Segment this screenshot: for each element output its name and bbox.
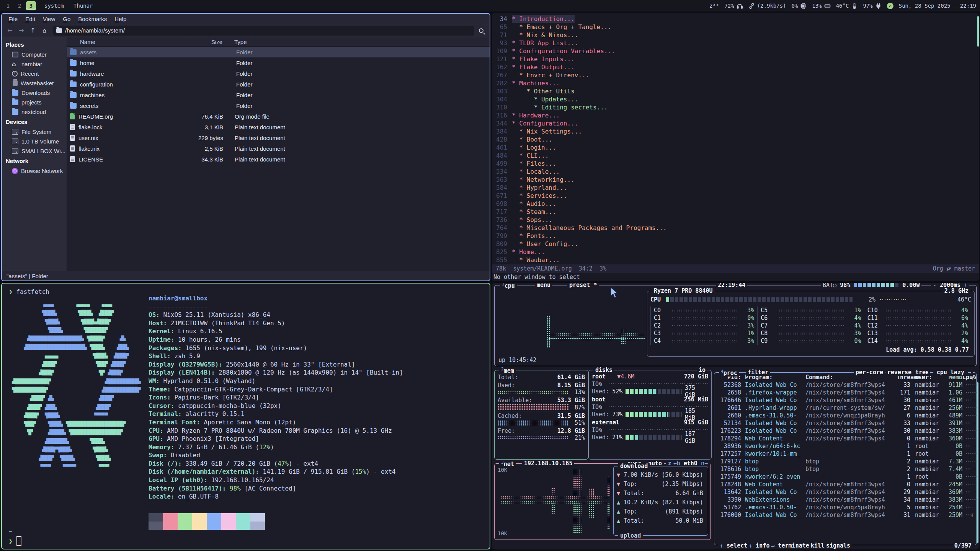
systemd-ok-icon[interactable]: ✓	[887, 3, 893, 9]
org-line[interactable]: 344 * Configuration...	[492, 119, 979, 127]
clock-module[interactable]: Sun, 28 Sep 2025 - 22:19	[899, 3, 976, 9]
file-row[interactable]: flake.lock 3,1 KiB Plain text document	[67, 122, 490, 132]
shell-prompt[interactable]: ❯	[9, 536, 21, 546]
search-button[interactable]	[476, 26, 487, 36]
tab-net[interactable]: 3net	[499, 460, 516, 468]
org-line[interactable]: 282 * Machines...	[492, 79, 979, 87]
volume-module[interactable]: 72%	[724, 3, 743, 9]
proc-scroll-up[interactable]: ↑	[970, 374, 974, 381]
org-line[interactable]: 34 * Introduction...	[492, 15, 979, 23]
file-row[interactable]: flake.nix 2,5 KiB Plain text document	[67, 143, 490, 154]
sidebar-item[interactable]: nextcloud	[2, 107, 67, 117]
proc-row[interactable]: 176223 Isolated Web Co /nix/store/sm8fmr…	[714, 427, 976, 435]
org-line[interactable]: 303 * Other Utils	[492, 87, 979, 95]
org-line[interactable]: 809 * User Config...	[492, 240, 979, 248]
org-line[interactable]: 71 * Nix & Nixos...	[492, 31, 979, 39]
proc-row[interactable]: 2601 .Hyprland-wrapp /run/current-system…	[714, 404, 976, 412]
file-row[interactable]: README.org 76,4 KiB Org-mode file	[67, 111, 490, 122]
sidebar-item[interactable]: Recent	[2, 69, 67, 78]
org-line[interactable]: 534 * Locale...	[492, 168, 979, 176]
cpu-module[interactable]: 0%	[792, 3, 807, 9]
workspace-button[interactable]: 3	[26, 1, 36, 10]
tab-disks[interactable]: disks	[593, 367, 614, 373]
org-line[interactable]: 121 * Flake Inputs...	[492, 55, 979, 63]
file-row[interactable]: home Folder	[67, 57, 490, 68]
proc-key[interactable]: signals	[826, 542, 850, 549]
org-line[interactable]: 310 * Editing secrets...	[492, 103, 979, 111]
sidebar-item[interactable]: File System	[2, 127, 67, 137]
org-line[interactable]: 799 * Fonts...	[492, 232, 979, 240]
proc-row[interactable]: 2658 .firefox-wrappe /nix/store/sm8fmrf3…	[714, 389, 976, 396]
org-line[interactable]: 717 * Steam...	[492, 208, 979, 216]
memory-module[interactable]: 13%	[812, 3, 830, 9]
sidebar-item[interactable]: nambiar	[2, 59, 67, 69]
proc-row[interactable]: 52134 Isolated Web Co /nix/store/sm8fmrf…	[714, 419, 976, 427]
tab-io[interactable]: io	[697, 367, 707, 373]
org-line[interactable]: 65 * Emacs + Org + Tangle...	[492, 23, 979, 31]
proc-key[interactable]: ↑ select	[720, 542, 747, 549]
column-name[interactable]: Name	[67, 39, 186, 45]
file-row[interactable]: machines Folder	[67, 90, 490, 100]
tab-mem[interactable]: 2mem	[499, 367, 516, 374]
tab-menu[interactable]: menu	[535, 283, 552, 289]
org-line[interactable]: 316 * Hardware...	[492, 111, 979, 119]
sidebar-item[interactable]: 1,0 TB Volume	[2, 137, 67, 146]
sidebar-item[interactable]: Computer	[2, 50, 67, 59]
file-row[interactable]: user.nix 229 bytes Plain text document	[67, 132, 490, 143]
workspace-button[interactable]: 1	[3, 1, 13, 10]
idle-inhibitor[interactable]: zᶻᶻ	[709, 3, 719, 9]
menu-item[interactable]: Bookmarks	[75, 15, 110, 23]
org-line[interactable]: 162 * Flake Output...	[492, 63, 979, 71]
menu-item[interactable]: View	[39, 15, 59, 23]
file-row[interactable]: hardware Folder	[67, 68, 490, 79]
path-bar[interactable]: /home/nambiar/system/	[53, 26, 474, 36]
menu-item[interactable]: Help	[111, 15, 130, 23]
org-line[interactable]: 428 * Boot...	[492, 135, 979, 143]
home-button[interactable]: ⌂	[39, 26, 49, 36]
proc-sort[interactable]: ← cpu lazy →	[928, 369, 973, 376]
proc-row[interactable]: 176646 Isolated Web Co /nix/store/sm8fmr…	[714, 396, 976, 404]
proc-row[interactable]: 178248 Web Content /nix/store/sm8fmrf3wp…	[714, 481, 976, 488]
proc-row[interactable]: 3390 WebExtensions /nix/store/sm8fmrf3wp…	[714, 496, 976, 504]
git-branch[interactable]: master	[954, 265, 975, 272]
network-module[interactable]: (2.9kb/s)	[748, 3, 786, 9]
sidebar-item[interactable]: Wastebasket	[2, 78, 67, 88]
proc-row[interactable]: 177257 kworker/10:1-mm_ 1 root 0B 0.0	[714, 450, 976, 458]
proc-row[interactable]: 178616 btop btop 2 nambiar 7.4M 0.0	[714, 465, 976, 473]
org-line[interactable]: 563 * Networking...	[492, 176, 979, 184]
org-line[interactable]: 764 * Miscellaneous Packages and Program…	[492, 224, 979, 232]
org-line[interactable]: 267 * Envrc + Direnv...	[492, 71, 979, 79]
proc-key[interactable]: ↓ info	[749, 542, 769, 549]
sidebar-item[interactable]: SMALLBOX Wi...	[2, 146, 67, 156]
menu-item[interactable]: Go	[59, 15, 74, 23]
battery-module[interactable]: 97%	[863, 3, 881, 9]
proc-row[interactable]: 175749 kworker/6:2-even 1 root 0B 0.0	[714, 473, 976, 481]
proc-row[interactable]: 179127 btop btop 2 nambiar 7.3M 0.0	[714, 458, 976, 465]
buffer-name[interactable]: system/README.org	[513, 265, 572, 272]
tab-proc[interactable]: 4proc	[719, 369, 739, 377]
tab-cpu[interactable]: 1cpu	[500, 283, 517, 289]
proc-key[interactable]: kill	[811, 542, 825, 549]
org-line[interactable]: 304 * Updates...	[492, 95, 979, 103]
proc-filter[interactable]: filter	[746, 369, 770, 376]
org-line[interactable]: 384 * Nix Settings...	[492, 127, 979, 135]
workspace-button[interactable]: 2	[15, 1, 24, 10]
menu-item[interactable]: Edit	[22, 15, 39, 23]
org-line[interactable]: 698 * Audio...	[492, 200, 979, 208]
org-line[interactable]: 855 * Waubar...	[492, 256, 979, 264]
org-line[interactable]: 499 * Files...	[492, 160, 979, 168]
org-line[interactable]: 825 * Home...	[492, 248, 979, 256]
forward-button[interactable]: →	[16, 26, 26, 36]
org-line[interactable]: 109 * Configuration Variables...	[492, 47, 979, 55]
tab-preset[interactable]: preset *	[567, 283, 599, 289]
proc-opt-reverse[interactable]: reverse	[885, 369, 913, 376]
sidebar-item[interactable]: Browse Network	[2, 166, 67, 176]
proc-scroll-down[interactable]: ↓	[970, 511, 974, 518]
proc-key[interactable]: ↵ terminate	[771, 542, 809, 549]
org-line[interactable]: 671 * Services...	[492, 192, 979, 200]
sidebar-item[interactable]: projects	[2, 98, 67, 107]
column-size[interactable]: Size	[186, 37, 224, 46]
proc-row[interactable]: 2660 .emacs-31.0.50- /nix/store/wnqz5pa8…	[714, 412, 976, 419]
back-button[interactable]: ←	[5, 26, 15, 36]
file-row[interactable]: secrets Folder	[67, 100, 490, 111]
